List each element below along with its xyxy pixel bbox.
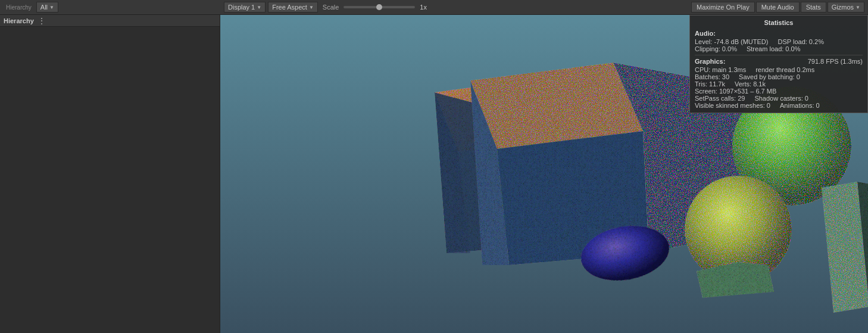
sidebar-header: Hierarchy ⋮	[0, 15, 220, 27]
stats-divider-1	[695, 55, 863, 55]
stats-dsp-load: DSP load: 0.2%	[778, 38, 823, 45]
stats-panel: Statistics Audio: Level: -74.8 dB (MUTED…	[689, 15, 868, 113]
viewport[interactable]: Statistics Audio: Level: -74.8 dB (MUTED…	[220, 15, 868, 333]
stats-cpu-row: CPU: main 1.3ms render thread 0.2ms	[695, 66, 863, 73]
stats-audio-label: Audio:	[695, 30, 863, 37]
stats-render-thread: render thread 0.2ms	[755, 66, 814, 73]
stats-tris-row: Tris: 11.7k Verts: 8.1k	[695, 80, 863, 88]
stats-clipping: Clipping: 0.0%	[695, 45, 737, 52]
top-bar: Hierarchy All ▼ Display 1 ▼ Free Aspect …	[0, 0, 868, 15]
display-arrow: ▼	[257, 5, 261, 10]
stats-cpu: CPU: main 1.3ms	[695, 66, 746, 73]
top-bar-right: Maximize On Play Mute Audio Stats Gizmos…	[688, 2, 868, 13]
scale-slider-thumb	[376, 4, 382, 10]
display-label: Display 1	[228, 4, 255, 11]
mute-audio-button[interactable]: Mute Audio	[756, 2, 800, 13]
top-bar-center: Display 1 ▼ Free Aspect ▼ Scale 1x	[220, 2, 688, 13]
scale-value: 1x	[420, 4, 427, 11]
stats-batches-row: Batches: 30 Saved by batching: 0	[695, 73, 863, 80]
stats-stream-load: Stream load: 0.0%	[747, 45, 801, 52]
stats-animations: Animations: 0	[780, 102, 820, 109]
stats-screen: Screen: 1097×531 – 6.7 MB	[695, 88, 776, 95]
display-dropdown[interactable]: Display 1 ▼	[224, 2, 266, 13]
stats-saved-batching: Saved by batching: 0	[739, 73, 800, 80]
stats-title: Statistics	[695, 19, 863, 26]
aspect-label: Free Aspect	[272, 4, 307, 11]
aspect-arrow: ▼	[309, 5, 314, 10]
stats-visible-skinned: Visible skinned meshes: 0	[695, 102, 770, 109]
stats-screen-row: Screen: 1097×531 – 6.7 MB	[695, 88, 863, 95]
aspect-dropdown[interactable]: Free Aspect ▼	[268, 2, 318, 13]
stats-tris: Tris: 11.7k	[695, 80, 725, 88]
maximize-on-play-button[interactable]: Maximize On Play	[691, 2, 755, 13]
sidebar: Hierarchy ⋮	[0, 15, 220, 333]
stats-audio-row2: Clipping: 0.0% Stream load: 0.0%	[695, 45, 863, 52]
gizmos-arrow: ▼	[855, 5, 860, 10]
stats-graphics-header: Graphics: 791.8 FPS (1.3ms)	[695, 58, 863, 66]
stats-shadow-casters: Shadow casters: 0	[754, 95, 808, 102]
stats-fps: 791.8 FPS (1.3ms)	[808, 58, 863, 65]
scale-slider[interactable]	[344, 6, 415, 8]
stats-graphics-label: Graphics:	[695, 58, 725, 65]
stats-audio-row1: Level: -74.8 dB (MUTED) DSP load: 0.2%	[695, 38, 863, 45]
stats-level: Level: -74.8 dB (MUTED)	[695, 38, 768, 45]
stats-verts: Verts: 8.1k	[735, 80, 766, 88]
stats-button[interactable]: Stats	[801, 2, 826, 13]
all-label: All	[40, 4, 48, 11]
sidebar-options[interactable]: ⋮	[38, 16, 46, 26]
all-dropdown-arrow: ▼	[49, 5, 54, 10]
gizmos-dropdown[interactable]: Gizmos ▼	[828, 2, 864, 13]
gizmos-label: Gizmos	[832, 4, 854, 11]
sidebar-title: Hierarchy	[4, 17, 34, 24]
all-dropdown[interactable]: All ▼	[36, 2, 58, 13]
stats-batches: Batches: 30	[695, 73, 729, 80]
top-bar-left: Hierarchy All ▼	[0, 2, 220, 13]
stats-setpass: SetPass calls: 29	[695, 95, 745, 102]
stats-setpass-row: SetPass calls: 29 Shadow casters: 0	[695, 95, 863, 102]
main-layout: Hierarchy ⋮	[0, 15, 868, 333]
scale-label: Scale	[323, 4, 339, 11]
stats-skinned-row: Visible skinned meshes: 0 Animations: 0	[695, 102, 863, 109]
hierarchy-label: Hierarchy	[4, 4, 34, 11]
